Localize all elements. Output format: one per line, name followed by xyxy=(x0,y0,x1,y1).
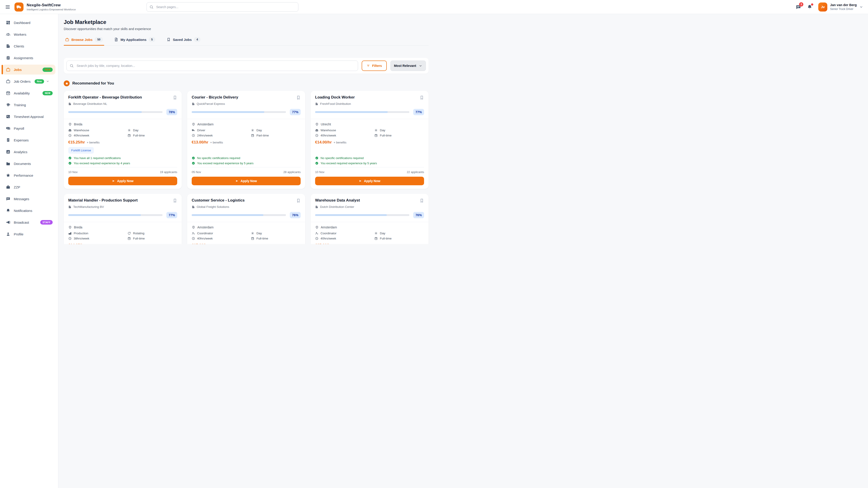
job-card-footer: 10 Nov 22 applicants Apply Now xyxy=(311,167,429,189)
applicants-count: 22 applicants xyxy=(407,170,424,174)
job-qualification-checks: No specific certifications requiredYou e… xyxy=(315,154,424,167)
sidebar-item-availability[interactable]: Availability NEW xyxy=(2,88,55,98)
users-icon xyxy=(6,32,10,37)
menu-icon[interactable] xyxy=(5,4,10,10)
tab-label: Browse Jobs xyxy=(71,38,92,41)
sidebar-item-notifications[interactable]: Notifications xyxy=(2,205,55,216)
sidebar-item-jobs[interactable]: Jobs NEW xyxy=(2,65,55,74)
job-qualification-checks: No specific certifications requiredYou e… xyxy=(192,154,301,167)
job-shift: Day xyxy=(251,129,301,132)
banknote-icon xyxy=(6,126,10,131)
match-progress: 77% xyxy=(315,109,424,115)
sidebar-item-job-orders[interactable]: Job Orders New xyxy=(2,76,55,86)
tab-saved-jobs[interactable]: Saved Jobs 4 xyxy=(165,37,202,45)
check-circle-icon xyxy=(315,162,318,165)
bookmark-icon[interactable] xyxy=(420,198,424,203)
filters-button[interactable]: Filters xyxy=(362,61,387,71)
bookmark-icon[interactable] xyxy=(173,198,177,203)
bookmark-icon[interactable] xyxy=(173,95,177,100)
match-percent-badge: 78% xyxy=(166,109,177,115)
bookmark-icon[interactable] xyxy=(296,198,301,203)
recommended-section-header: Recommended for You xyxy=(64,80,429,86)
sidebar-item-performance[interactable]: Performance xyxy=(2,170,55,180)
qualification-check: You exceed required experience by 5 year… xyxy=(192,162,301,165)
page-subtitle: Discover opportunities that match your s… xyxy=(64,27,429,31)
match-progress-bar xyxy=(192,214,286,216)
sidebar-item-badge: NEW xyxy=(42,68,53,72)
apply-now-button[interactable]: Apply Now xyxy=(315,177,424,185)
sort-value: Most Relevant xyxy=(394,64,416,68)
sidebar-item-label: Timesheet Approval xyxy=(14,115,43,119)
map-pin-icon xyxy=(68,225,72,229)
filter-icon xyxy=(366,64,370,68)
sidebar-item-clients[interactable]: Clients xyxy=(2,41,55,51)
job-title: Customer Service - Logistics xyxy=(192,198,245,203)
job-type: Full-time xyxy=(251,237,301,240)
job-category: Coordinator xyxy=(192,232,249,235)
sidebar-item-assignments[interactable]: Assignments xyxy=(2,53,55,63)
match-percent-badge: 76% xyxy=(413,212,424,218)
sidebar-item-documents[interactable]: Documents xyxy=(2,159,55,168)
app-title: Nexgile-SwiftCrew xyxy=(27,3,76,7)
job-card-body: Amsterdam Coordinator Day 40hrs/week Fu xyxy=(311,222,429,244)
match-percent-badge: 77% xyxy=(166,212,177,218)
qualification-check: No specific certifications required xyxy=(315,156,424,160)
match-progress: 77% xyxy=(192,109,301,115)
sidebar-item-payroll[interactable]: Payroll xyxy=(2,123,55,133)
building-icon xyxy=(6,44,10,48)
global-search-input[interactable] xyxy=(147,2,298,12)
chevron-down-icon xyxy=(46,80,49,83)
match-progress: 76% xyxy=(192,212,301,218)
warehouse-icon xyxy=(68,129,72,132)
tag-forklift-license: Forklift License xyxy=(68,147,94,154)
calendar-icon xyxy=(374,134,378,137)
job-card-header: Loading Dock Worker FreshFood Distributi… xyxy=(311,91,429,119)
job-shift: Day xyxy=(251,232,301,235)
match-percent-badge: 77% xyxy=(413,109,424,115)
sidebar-item-profile[interactable]: Profile xyxy=(2,229,55,239)
company-name: Global Freight Solutions xyxy=(197,205,229,208)
sidebar-item-timesheet-approval[interactable]: Timesheet Approval xyxy=(2,111,55,122)
match-progress-bar xyxy=(315,214,409,216)
match-progress: 78% xyxy=(68,109,177,115)
briefcase-icon xyxy=(6,67,10,72)
bar-chart-icon xyxy=(6,150,10,154)
match-progress-bar xyxy=(68,111,162,113)
tab-browse-jobs[interactable]: Browse Jobs 50 xyxy=(64,37,104,45)
sidebar-item-training[interactable]: Training xyxy=(2,100,55,110)
job-card-body: Breda Warehouse Day 40hrs/week Full-tim xyxy=(64,119,182,167)
top-header: Nexgile-SwiftCrew Intelligent Logistics … xyxy=(0,0,434,14)
sidebar-item-analytics[interactable]: Analytics xyxy=(2,147,55,157)
tab-label: Saved Jobs xyxy=(173,38,192,41)
job-hours: 40hrs/week xyxy=(192,237,249,240)
sidebar-item-label: Dashboard xyxy=(14,21,30,25)
warehouse-icon xyxy=(315,129,318,132)
sidebar-item-zzp[interactable]: ZZP xyxy=(2,182,55,192)
sidebar-item-messages[interactable]: Messages xyxy=(2,194,55,204)
qualification-check: You exceed required experience by 4 year… xyxy=(68,162,177,165)
sidebar-item-label: Notifications xyxy=(14,209,32,213)
apply-now-button[interactable]: Apply Now xyxy=(192,177,301,185)
tab-my-applications[interactable]: My Applications 5 xyxy=(113,37,156,45)
job-location: Amsterdam xyxy=(315,225,424,229)
sidebar-item-label: Availability xyxy=(14,91,30,95)
sidebar-item-dashboard[interactable]: Dashboard xyxy=(2,18,55,28)
tab-count-badge: 5 xyxy=(149,37,155,42)
match-progress: 77% xyxy=(68,212,177,218)
job-type: Part-time xyxy=(251,134,301,137)
bookmark-icon[interactable] xyxy=(420,95,424,100)
job-search-input[interactable] xyxy=(66,61,358,71)
chevron-down-icon xyxy=(419,64,422,68)
folder-icon xyxy=(6,161,10,166)
job-card: Customer Service - Logistics Global Frei… xyxy=(187,194,305,244)
apply-now-button[interactable]: Apply Now xyxy=(68,177,177,185)
sidebar-item-expenses[interactable]: Expenses xyxy=(2,135,55,145)
sidebar-item-badge: STAFF xyxy=(40,220,53,225)
star-icon xyxy=(6,173,10,177)
sort-select[interactable]: Most Relevant xyxy=(391,61,426,71)
job-card-footer: 10 Nov 19 applicants Apply Now xyxy=(64,167,182,189)
sidebar-item-workers[interactable]: Workers xyxy=(2,29,55,39)
sidebar-item-broadcast[interactable]: Broadcast STAFF xyxy=(2,217,55,227)
job-card-header: Courier - Bicycle Delivery QuickParcel E… xyxy=(187,91,305,119)
bookmark-icon[interactable] xyxy=(296,95,301,100)
